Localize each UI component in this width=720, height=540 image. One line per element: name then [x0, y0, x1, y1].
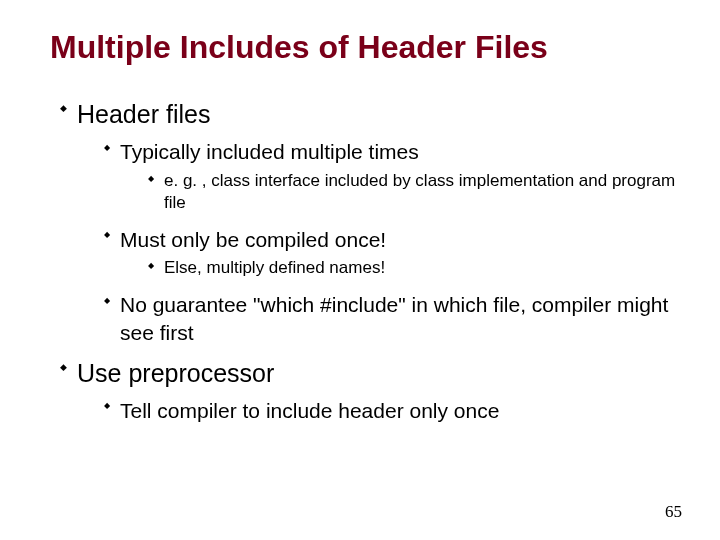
- bullet-level-2: ◆ Tell compiler to include header only o…: [104, 397, 680, 424]
- bullet-level-2: ◆ Typically included multiple times ◆ e.…: [104, 138, 680, 345]
- diamond-icon: ◆: [60, 104, 67, 113]
- diamond-icon: ◆: [60, 363, 67, 372]
- list-item: ◆ Tell compiler to include header only o…: [104, 397, 680, 424]
- bullet-level-1: ◆ Header files ◆ Typically included mult…: [60, 99, 680, 346]
- list-item: ◆ Must only be compiled once!: [104, 226, 680, 253]
- bullet-level-1: ◆ Use preprocessor ◆ Tell compiler to in…: [60, 358, 680, 425]
- list-item: ◆ Header files: [60, 99, 680, 130]
- bullet-text: Must only be compiled once!: [120, 226, 386, 253]
- list-item: ◆ Else, multiply defined names!: [148, 257, 680, 279]
- bullet-level-3: ◆ Else, multiply defined names!: [148, 257, 680, 279]
- diamond-icon: ◆: [104, 231, 110, 239]
- slide: Multiple Includes of Header Files ◆ Head…: [0, 0, 720, 540]
- page-number: 65: [665, 502, 682, 522]
- bullet-text: Typically included multiple times: [120, 138, 419, 165]
- bullet-text: Tell compiler to include header only onc…: [120, 397, 499, 424]
- bullet-text: No guarantee "which #include" in which f…: [120, 291, 680, 346]
- bullet-text: Else, multiply defined names!: [164, 257, 385, 279]
- diamond-icon: ◆: [104, 402, 110, 410]
- bullet-text: Use preprocessor: [77, 358, 274, 389]
- diamond-icon: ◆: [148, 175, 154, 183]
- bullet-text: e. g. , class interface included by clas…: [164, 170, 680, 214]
- diamond-icon: ◆: [148, 262, 154, 270]
- list-item: ◆ Use preprocessor: [60, 358, 680, 389]
- diamond-icon: ◆: [104, 144, 110, 152]
- bullet-level-3: ◆ e. g. , class interface included by cl…: [148, 170, 680, 214]
- bullet-text: Header files: [77, 99, 210, 130]
- list-item: ◆ Typically included multiple times: [104, 138, 680, 165]
- list-item: ◆ e. g. , class interface included by cl…: [148, 170, 680, 214]
- diamond-icon: ◆: [104, 297, 110, 305]
- list-item: ◆ No guarantee "which #include" in which…: [104, 291, 680, 346]
- slide-title: Multiple Includes of Header Files: [50, 30, 680, 65]
